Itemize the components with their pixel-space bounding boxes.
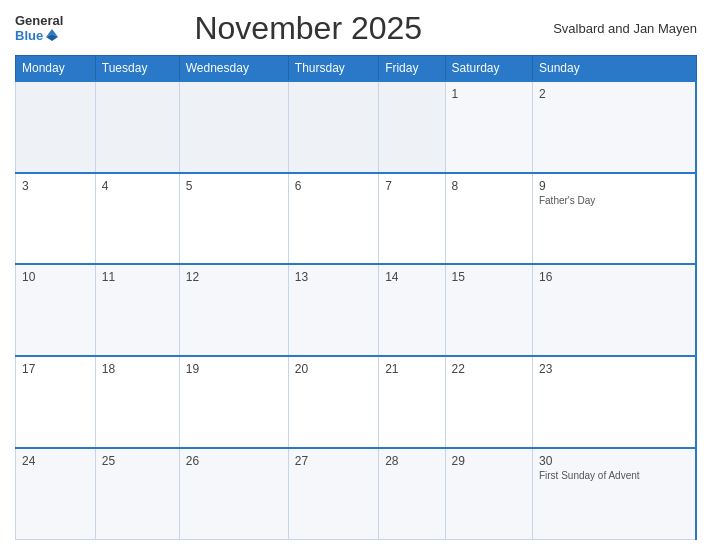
calendar-cell: 20 xyxy=(288,356,378,448)
calendar-cell: 29 xyxy=(445,448,532,540)
calendar-cell: 12 xyxy=(179,264,288,356)
day-number: 21 xyxy=(385,362,438,376)
day-number: 8 xyxy=(452,179,526,193)
calendar-cell: 7 xyxy=(379,173,445,265)
calendar-cell: 1 xyxy=(445,81,532,173)
week-row-5: 24252627282930First Sunday of Advent xyxy=(16,448,697,540)
day-number: 1 xyxy=(452,87,526,101)
day-number: 10 xyxy=(22,270,89,284)
calendar-header-row: MondayTuesdayWednesdayThursdayFridaySatu… xyxy=(16,56,697,82)
calendar-cell: 21 xyxy=(379,356,445,448)
calendar-cell: 5 xyxy=(179,173,288,265)
logo-general-text: General xyxy=(15,14,63,27)
day-number: 26 xyxy=(186,454,282,468)
calendar-cell: 17 xyxy=(16,356,96,448)
calendar-cell: 16 xyxy=(532,264,696,356)
day-number: 23 xyxy=(539,362,689,376)
calendar-cell: 27 xyxy=(288,448,378,540)
calendar-cell: 22 xyxy=(445,356,532,448)
weekday-header-wednesday: Wednesday xyxy=(179,56,288,82)
week-row-4: 17181920212223 xyxy=(16,356,697,448)
calendar-cell xyxy=(95,81,179,173)
weekday-header-friday: Friday xyxy=(379,56,445,82)
day-number: 15 xyxy=(452,270,526,284)
calendar-cell: 4 xyxy=(95,173,179,265)
calendar-table: MondayTuesdayWednesdayThursdayFridaySatu… xyxy=(15,55,697,540)
day-number: 4 xyxy=(102,179,173,193)
calendar-cell: 26 xyxy=(179,448,288,540)
day-number: 20 xyxy=(295,362,372,376)
calendar-cell xyxy=(16,81,96,173)
logo: General Blue xyxy=(15,14,63,43)
month-title: November 2025 xyxy=(194,10,422,47)
calendar-cell xyxy=(379,81,445,173)
calendar-cell: 6 xyxy=(288,173,378,265)
calendar-cell: 15 xyxy=(445,264,532,356)
calendar-cell: 24 xyxy=(16,448,96,540)
day-number: 7 xyxy=(385,179,438,193)
day-number: 3 xyxy=(22,179,89,193)
logo-icon xyxy=(44,27,60,43)
day-number: 9 xyxy=(539,179,689,193)
weekday-header-tuesday: Tuesday xyxy=(95,56,179,82)
day-event: Father's Day xyxy=(539,195,595,206)
calendar-cell: 10 xyxy=(16,264,96,356)
day-number: 27 xyxy=(295,454,372,468)
calendar-cell: 19 xyxy=(179,356,288,448)
week-row-2: 3456789Father's Day xyxy=(16,173,697,265)
calendar-cell xyxy=(288,81,378,173)
day-number: 2 xyxy=(539,87,689,101)
calendar-cell: 28 xyxy=(379,448,445,540)
day-number: 6 xyxy=(295,179,372,193)
day-number: 13 xyxy=(295,270,372,284)
logo-blue-text: Blue xyxy=(15,29,43,42)
day-number: 11 xyxy=(102,270,173,284)
week-row-1: 12 xyxy=(16,81,697,173)
day-number: 22 xyxy=(452,362,526,376)
day-number: 12 xyxy=(186,270,282,284)
weekday-header-monday: Monday xyxy=(16,56,96,82)
calendar-cell: 14 xyxy=(379,264,445,356)
day-number: 25 xyxy=(102,454,173,468)
day-number: 24 xyxy=(22,454,89,468)
day-number: 17 xyxy=(22,362,89,376)
calendar-header: General Blue November 2025 Svalbard and … xyxy=(15,10,697,47)
calendar-cell: 2 xyxy=(532,81,696,173)
weekday-header-sunday: Sunday xyxy=(532,56,696,82)
day-number: 18 xyxy=(102,362,173,376)
region-label: Svalbard and Jan Mayen xyxy=(553,21,697,36)
day-number: 28 xyxy=(385,454,438,468)
calendar-cell: 3 xyxy=(16,173,96,265)
day-number: 30 xyxy=(539,454,689,468)
day-number: 19 xyxy=(186,362,282,376)
calendar-cell: 11 xyxy=(95,264,179,356)
calendar-cell: 25 xyxy=(95,448,179,540)
day-number: 16 xyxy=(539,270,689,284)
day-number: 5 xyxy=(186,179,282,193)
calendar-cell xyxy=(179,81,288,173)
day-number: 29 xyxy=(452,454,526,468)
week-row-3: 10111213141516 xyxy=(16,264,697,356)
day-number: 14 xyxy=(385,270,438,284)
calendar-cell: 13 xyxy=(288,264,378,356)
calendar-cell: 30First Sunday of Advent xyxy=(532,448,696,540)
calendar-cell: 23 xyxy=(532,356,696,448)
weekday-header-thursday: Thursday xyxy=(288,56,378,82)
weekday-header-saturday: Saturday xyxy=(445,56,532,82)
calendar-cell: 18 xyxy=(95,356,179,448)
calendar-cell: 8 xyxy=(445,173,532,265)
day-event: First Sunday of Advent xyxy=(539,470,640,481)
calendar-cell: 9Father's Day xyxy=(532,173,696,265)
